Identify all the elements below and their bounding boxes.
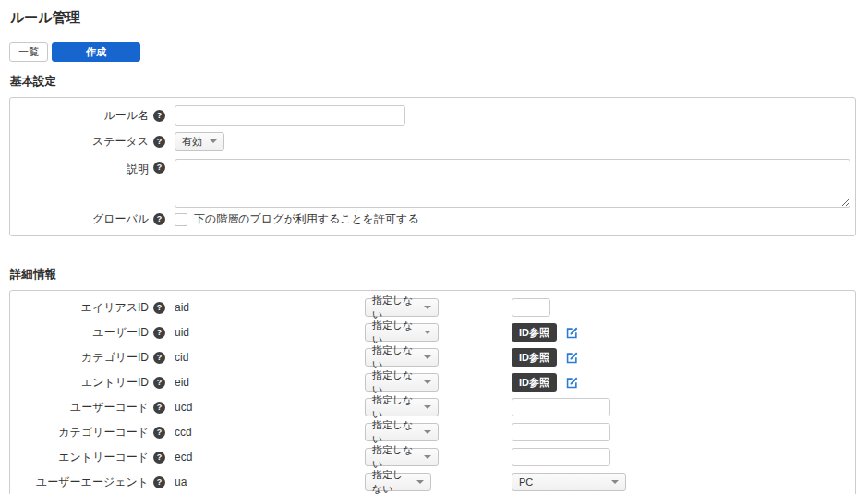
help-icon[interactable]: ?: [153, 427, 165, 439]
rule-name-input[interactable]: [175, 105, 405, 126]
detail-row: ユーザーエージェント?ua指定しないPC: [10, 473, 855, 491]
field-code: ua: [175, 476, 187, 488]
field-code: ucd: [175, 401, 192, 414]
field-code-cell: cid: [175, 351, 356, 364]
rule-name-label: ルール名: [10, 108, 149, 124]
help-icon[interactable]: ?: [153, 213, 165, 225]
description-label: 説明: [10, 162, 149, 177]
basic-settings-panel: ルール名 ? ステータス ? 有効 説明 ? グローバル: [9, 97, 856, 236]
condition-cell: 指定しない: [365, 373, 439, 392]
ua-condition-select[interactable]: 指定しない: [365, 473, 431, 491]
condition-select-value: 指定しない: [372, 368, 416, 396]
chevron-down-icon: [210, 139, 217, 143]
field-code-cell: ua: [175, 476, 356, 488]
help-icon[interactable]: ?: [153, 110, 165, 122]
value-cell: ID参照: [512, 373, 579, 392]
section-heading-detail: 詳細情報: [10, 267, 856, 283]
condition-cell: 指定しない: [365, 473, 439, 491]
field-code-cell: eid: [175, 376, 356, 389]
chevron-down-icon: [424, 355, 431, 359]
value-cell: [512, 423, 610, 441]
help-icon[interactable]: ?: [153, 377, 165, 389]
field-label: カテゴリーコード: [10, 425, 149, 440]
condition-cell: 指定しない: [365, 423, 439, 441]
condition-cell: 指定しない: [365, 398, 439, 416]
field-code-cell: ccd: [175, 426, 356, 439]
ucd-condition-select[interactable]: 指定しない: [365, 398, 439, 416]
value-cell: ID参照: [512, 323, 579, 342]
help-icon[interactable]: ?: [153, 352, 165, 364]
aid-value-input[interactable]: [512, 298, 550, 317]
condition-select-value: 指定しない: [372, 418, 416, 446]
ccd-condition-select[interactable]: 指定しない: [365, 423, 439, 441]
condition-select-value: 指定しない: [372, 294, 416, 321]
field-code: uid: [175, 326, 189, 339]
chevron-down-icon: [416, 480, 424, 484]
help-icon[interactable]: ?: [153, 452, 165, 464]
chevron-down-icon: [424, 331, 431, 334]
help-icon[interactable]: ?: [153, 162, 165, 174]
uid-condition-select[interactable]: 指定しない: [365, 323, 439, 342]
field-code: ccd: [175, 426, 192, 439]
condition-select-value: 指定しない: [372, 343, 416, 371]
field-code: cid: [175, 351, 188, 364]
status-row: ステータス ? 有効: [10, 132, 855, 151]
detail-row: エントリーコード?ecd指定しない: [10, 448, 855, 466]
condition-cell: 指定しない: [365, 298, 439, 317]
help-icon[interactable]: ?: [153, 136, 165, 148]
cid-condition-select[interactable]: 指定しない: [365, 348, 439, 367]
help-icon[interactable]: ?: [153, 327, 165, 339]
ecd-value-input[interactable]: [512, 448, 610, 466]
uid-id-reference-button[interactable]: ID参照: [512, 323, 557, 342]
page-title: ルール管理: [10, 9, 856, 27]
global-label: グローバル: [10, 211, 149, 227]
condition-cell: 指定しない: [365, 448, 439, 466]
edit-icon[interactable]: [565, 351, 579, 365]
eid-id-reference-button[interactable]: ID参照: [512, 373, 557, 392]
global-checkbox[interactable]: [175, 213, 187, 226]
ucd-value-input[interactable]: [512, 398, 610, 416]
cid-id-reference-button[interactable]: ID参照: [512, 348, 557, 367]
detail-rows: エイリアスID?aid指定しないユーザーID?uid指定しないID参照カテゴリー…: [10, 298, 855, 494]
field-code-cell: ecd: [175, 451, 356, 464]
field-label: エントリーID: [10, 375, 149, 391]
page: ルール管理 一覧 作成 基本設定 ルール名 ? ステータス ? 有効 説明 ?: [0, 0, 868, 494]
chevron-down-icon: [424, 405, 431, 409]
field-label: ユーザーコード: [10, 400, 149, 416]
description-textarea[interactable]: [175, 159, 850, 208]
ccd-value-input[interactable]: [512, 423, 610, 441]
field-label: エイリアスID: [10, 300, 149, 316]
value-cell: PC: [512, 473, 626, 491]
detail-row: ユーザーコード?ucd指定しない: [10, 398, 855, 416]
detail-row: カテゴリーコード?ccd指定しない: [10, 423, 855, 441]
ua-value-select[interactable]: PC: [512, 473, 626, 491]
chevron-down-icon: [424, 306, 431, 309]
detail-row: エイリアスID?aid指定しない: [10, 298, 855, 317]
edit-icon[interactable]: [565, 376, 579, 390]
description-row: 説明 ?: [10, 159, 855, 208]
chevron-down-icon: [424, 455, 431, 459]
section-heading-basic: 基本設定: [10, 74, 856, 90]
list-button[interactable]: 一覧: [9, 42, 48, 62]
field-label: カテゴリーID: [10, 350, 149, 366]
detail-row: エントリーID?eid指定しないID参照: [10, 373, 855, 392]
eid-condition-select[interactable]: 指定しない: [365, 373, 439, 392]
value-select-value: PC: [519, 476, 533, 488]
create-button[interactable]: 作成: [52, 42, 140, 62]
help-icon[interactable]: ?: [153, 402, 165, 414]
help-icon[interactable]: ?: [153, 302, 165, 314]
value-cell: [512, 298, 550, 317]
help-icon[interactable]: ?: [153, 476, 165, 488]
status-select-value: 有効: [182, 135, 202, 149]
field-code: eid: [175, 376, 189, 389]
status-select[interactable]: 有効: [175, 132, 224, 151]
detail-info-panel: エイリアスID?aid指定しないユーザーID?uid指定しないID参照カテゴリー…: [9, 290, 856, 494]
edit-icon[interactable]: [565, 326, 579, 340]
ecd-condition-select[interactable]: 指定しない: [365, 448, 439, 466]
field-code: ecd: [175, 451, 192, 464]
aid-condition-select[interactable]: 指定しない: [365, 298, 439, 317]
condition-select-value: 指定しない: [372, 443, 416, 471]
rule-name-row: ルール名 ?: [10, 105, 855, 126]
field-code-cell: ucd: [175, 401, 356, 414]
field-label: ユーザーエージェント: [10, 475, 149, 490]
